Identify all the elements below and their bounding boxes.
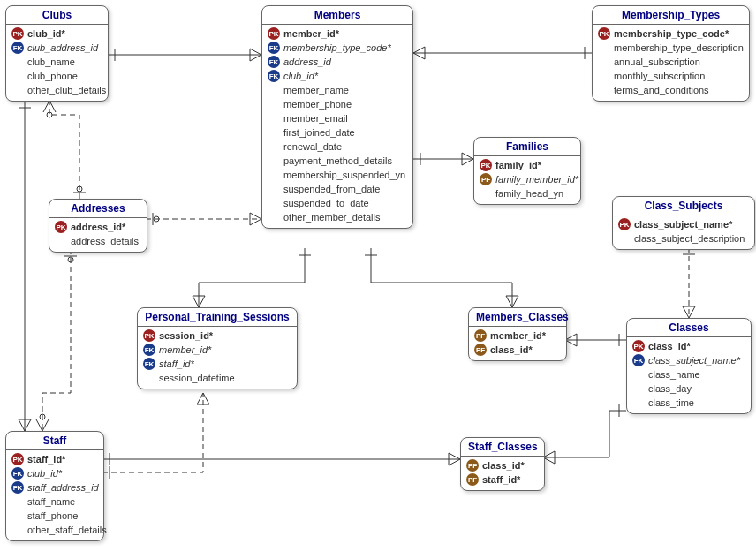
entity-title: Clubs: [6, 6, 108, 25]
spacer: [268, 197, 280, 209]
attribute-name: member_email: [284, 113, 348, 124]
attribute-row: FKstaff_id*: [141, 357, 293, 371]
entity-title: Personal_Training_Sessions: [138, 308, 297, 327]
entity-title: Staff_Classes: [461, 438, 544, 457]
attribute-row: suspended_to_date: [266, 196, 409, 210]
attribute-name: staff_name: [27, 496, 75, 507]
attribute-row: class_name: [631, 367, 747, 381]
entity-pts: Personal_Training_Sessions PKsession_id*…: [137, 307, 298, 389]
entity-title: Members: [262, 6, 412, 25]
attribute-row: staff_phone: [10, 509, 100, 523]
entity-body: PFclass_id*PFstaff_id*: [461, 457, 544, 490]
attribute-row: PKclass_subject_name*: [616, 217, 751, 231]
attribute-name: class_subject_description: [634, 233, 745, 244]
attribute-row: class_time: [631, 396, 747, 410]
spacer: [598, 42, 610, 54]
attribute-name: other_club_details: [27, 85, 106, 95]
attribute-name: club_name: [27, 57, 75, 67]
pk-icon: PK: [480, 159, 492, 171]
pk-icon: PK: [11, 27, 24, 40]
attribute-name: address_details: [71, 236, 139, 246]
entity-body: PKstaff_id*FKclub_id*FKstaff_address_ids…: [6, 450, 103, 540]
entity-members: Members PKmember_id*FKmembership_type_co…: [261, 5, 413, 229]
attribute-row: FKmember_id*: [141, 343, 293, 357]
entity-staff-classes: Staff_Classes PFclass_id*PFstaff_id*: [460, 437, 545, 491]
attribute-name: class_subject_name*: [648, 355, 740, 366]
spacer: [632, 368, 645, 381]
attribute-row: first_joined_date: [266, 125, 409, 140]
entity-body: PKfamily_id*PFfamily_member_id*family_he…: [474, 156, 580, 204]
attribute-row: annual_subscription: [596, 55, 745, 69]
attribute-name: family_head_yn: [495, 188, 563, 199]
attribute-name: suspended_to_date: [284, 198, 369, 208]
entity-title: Members_Classes: [469, 308, 566, 327]
spacer: [268, 126, 280, 139]
attribute-name: staff_id*: [159, 359, 194, 369]
attribute-name: terms_and_conditions: [614, 85, 709, 95]
attribute-row: club_phone: [10, 69, 104, 83]
entity-families: Families PKfamily_id*PFfamily_member_id*…: [473, 137, 581, 205]
pk-icon: PK: [268, 27, 280, 40]
attribute-row: member_phone: [266, 97, 409, 111]
entity-class-subjects: Class_Subjects PKclass_subject_name*clas…: [612, 196, 755, 250]
pf-icon: PF: [466, 473, 479, 486]
entity-body: PFmember_id*PFclass_id*: [469, 327, 566, 360]
spacer: [598, 84, 610, 96]
attribute-name: member_name: [284, 85, 349, 95]
attribute-row: membership_suspended_yn: [266, 168, 409, 182]
fk-icon: FK: [268, 70, 280, 82]
attribute-name: membership_type_description: [614, 42, 744, 53]
spacer: [268, 183, 280, 195]
spacer: [598, 70, 610, 82]
attribute-name: other_member_details: [284, 212, 380, 223]
spacer: [598, 56, 610, 68]
entity-title: Families: [474, 138, 580, 156]
attribute-name: session_datetime: [159, 373, 235, 383]
entity-title: Classes: [627, 319, 751, 337]
attribute-name: class_id*: [482, 460, 525, 471]
attribute-row: PFmember_id*: [472, 329, 563, 343]
attribute-row: monthly_subscription: [596, 69, 745, 83]
entity-addresses: Addresses PKaddress_id*address_details: [49, 199, 147, 253]
attribute-name: class_subject_name*: [634, 219, 732, 230]
svg-point-9: [47, 112, 52, 117]
spacer: [632, 397, 645, 409]
pk-icon: PK: [55, 221, 67, 233]
entity-body: PKclass_id*FKclass_subject_name*class_na…: [627, 337, 751, 413]
fk-icon: FK: [268, 56, 280, 68]
fk-icon: FK: [268, 42, 280, 54]
attribute-row: class_day: [631, 381, 747, 396]
attribute-name: suspended_from_date: [284, 184, 380, 194]
attribute-name: member_id*: [490, 330, 546, 341]
fk-icon: FK: [143, 358, 155, 370]
attribute-name: class_name: [648, 369, 700, 380]
pf-icon: PF: [480, 173, 492, 185]
spacer: [268, 84, 280, 96]
spacer: [11, 524, 24, 536]
spacer: [11, 495, 24, 508]
spacer: [55, 235, 67, 247]
attribute-name: family_member_id*: [495, 174, 578, 185]
svg-point-6: [154, 216, 159, 222]
attribute-name: payment_method_details: [284, 155, 392, 166]
fk-icon: FK: [11, 481, 24, 494]
attribute-name: family_id*: [495, 160, 541, 170]
spacer: [268, 140, 280, 153]
attribute-name: member_id*: [284, 28, 339, 39]
attribute-name: other_staff_details: [27, 525, 107, 535]
entity-title: Class_Subjects: [613, 197, 754, 215]
attribute-row: PKclub_id*: [10, 26, 104, 41]
spacer: [268, 169, 280, 181]
attribute-row: FKclub_id*: [10, 466, 100, 480]
svg-point-11: [68, 257, 73, 262]
attribute-row: class_subject_description: [616, 231, 751, 246]
fk-icon: FK: [632, 354, 645, 366]
svg-point-12: [40, 414, 45, 419]
entity-members-classes: Members_Classes PFmember_id*PFclass_id*: [468, 307, 567, 361]
entity-classes: Classes PKclass_id*FKclass_subject_name*…: [626, 318, 752, 414]
attribute-row: FKmembership_type_code*: [266, 41, 409, 55]
attribute-row: suspended_from_date: [266, 182, 409, 196]
attribute-name: club_id*: [27, 28, 65, 39]
attribute-row: FKclub_id*: [266, 69, 409, 83]
attribute-name: session_id*: [159, 330, 213, 341]
